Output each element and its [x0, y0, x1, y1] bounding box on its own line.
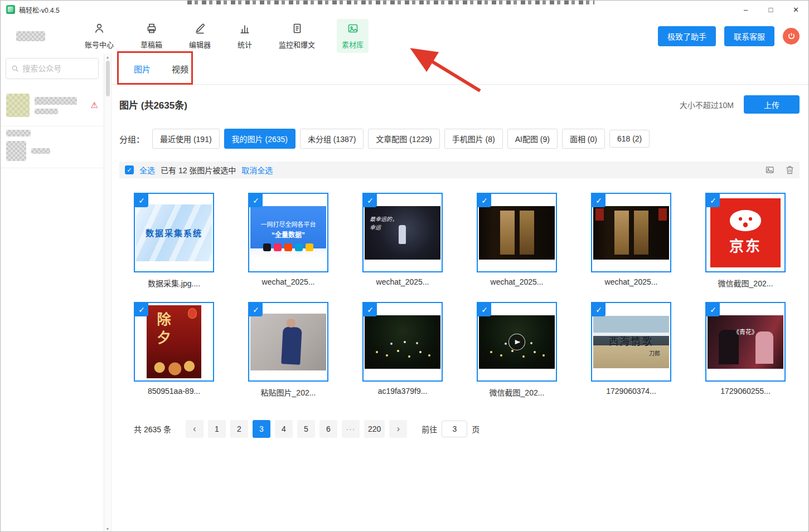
page-button-2[interactable]: 2 — [230, 420, 248, 438]
scroll-up-icon[interactable]: ▲ — [106, 53, 110, 61]
select-all-checkbox[interactable]: ✓ — [125, 165, 134, 174]
sidebar-scrollbar[interactable]: ▲ ▼ — [104, 53, 112, 532]
next-page-button[interactable]: › — [389, 420, 407, 438]
account-search-box[interactable] — [6, 58, 99, 79]
page-button-last[interactable]: 220 — [364, 420, 385, 438]
more-pages-button[interactable]: ··· — [342, 420, 360, 438]
close-button[interactable]: ✕ — [783, 1, 808, 18]
account-avatar — [6, 94, 30, 117]
image-card[interactable]: ✓ 《青花》 1729060255... — [705, 302, 786, 398]
image-card[interactable]: ✓ 最幸运的，幸运 wechat_2025... — [362, 193, 443, 289]
assistant-button[interactable]: 极致了助手 — [658, 26, 716, 46]
blurred-text-line — [6, 130, 31, 136]
maximize-button[interactable]: □ — [758, 1, 783, 18]
nav-drafts[interactable]: 草稿箱 — [135, 19, 167, 53]
image-checkbox[interactable]: ✓ — [592, 303, 605, 316]
image-card[interactable]: ✓ 除夕 850951aa-89... — [134, 302, 214, 398]
account-list-item[interactable]: ⚠ — [1, 85, 104, 126]
scroll-down-icon[interactable]: ▼ — [106, 525, 110, 532]
image-card[interactable]: ✓ 一网打尽全网各平台 “全量数据” wechat_2025... — [248, 193, 328, 289]
total-count: 共 2635 条 — [134, 423, 171, 435]
image-checkbox[interactable]: ✓ — [364, 194, 377, 207]
nav-editor[interactable]: 编辑器 — [184, 19, 216, 53]
image-checkbox[interactable]: ✓ — [249, 303, 263, 316]
image-filename: wechat_2025... — [248, 277, 328, 286]
image-card[interactable]: ✓ wechat_2025... — [477, 193, 557, 289]
page-button-6[interactable]: 6 — [319, 420, 337, 438]
body-row: ⚠ ▲ ▼ 图片 视频 — [1, 53, 808, 532]
page-button-3[interactable]: 3 — [253, 420, 270, 438]
search-input[interactable] — [22, 64, 93, 73]
main-nav: 账号中心 草稿箱 编辑器 统计 — [80, 19, 369, 53]
group-chip-ungrouped[interactable]: 未分组 (1387) — [300, 129, 364, 149]
group-chip-face[interactable]: 面相 (0) — [562, 129, 605, 149]
selection-status: 已有 12 张图片被选中 — [161, 164, 236, 175]
group-chip-ai-images[interactable]: AI配图 (9) — [507, 129, 558, 149]
image-thumbnail: 西海情歌 刀郎 — [593, 316, 669, 368]
move-to-group-icon[interactable] — [766, 165, 774, 174]
image-filename: 1729060255... — [705, 387, 786, 396]
selection-bar: ✓ 全选 已有 12 张图片被选中 取消全选 — [119, 162, 800, 178]
image-checkbox[interactable]: ✓ — [478, 194, 491, 207]
page-button-5[interactable]: 5 — [297, 420, 315, 438]
image-filename: wechat_2025... — [477, 277, 557, 286]
power-button[interactable] — [783, 28, 800, 45]
group-chip-phone-images[interactable]: 手机图片 (8) — [444, 129, 503, 149]
nav-material-library[interactable]: 素材库 — [337, 19, 369, 53]
image-card[interactable]: ✓ 粘贴图片_202... — [248, 302, 328, 398]
page-button-4[interactable]: 4 — [275, 420, 293, 438]
image-filename: 1729060374... — [591, 387, 671, 396]
prev-page-button[interactable]: ‹ — [186, 420, 204, 438]
contact-support-button[interactable]: 联系客服 — [724, 26, 774, 46]
image-grid: ✓ 数据采集系统 数据采集.jpg.... ✓ 一网打尽全网各平台 — [134, 193, 800, 398]
app-window: 稿轻松-v0.4.5 – □ ✕ 账号中心 草稿箱 — [0, 0, 809, 532]
account-list-item[interactable] — [1, 126, 104, 168]
image-filename: ac19fa379f9... — [362, 387, 443, 396]
image-card[interactable]: ✓ ▶ 微信截图_202... — [477, 302, 557, 398]
deselect-all-link[interactable]: 取消全选 — [241, 164, 273, 175]
group-chip-recent[interactable]: 最近使用 (191) — [152, 129, 220, 149]
image-thumbnail: 除夕 — [147, 305, 201, 378]
decor-tag — [658, 208, 667, 221]
image-checkbox[interactable]: ✓ — [478, 303, 491, 316]
image-checkbox[interactable]: ✓ — [364, 303, 377, 316]
tab-videos[interactable]: 视频 — [172, 53, 188, 84]
upload-button[interactable]: 上传 — [744, 95, 800, 114]
select-all-label[interactable]: 全选 — [139, 164, 155, 175]
selection-actions — [766, 165, 794, 174]
image-card[interactable]: ✓ 数据采集系统 数据采集.jpg.... — [134, 193, 214, 289]
image-card[interactable]: ✓ ac19fa379f9... — [362, 302, 443, 398]
image-checkbox[interactable]: ✓ — [135, 303, 148, 316]
image-card[interactable]: ✓ 京东 微信截图_202... — [705, 193, 786, 289]
image-filename: 850951aa-89... — [134, 387, 214, 396]
power-icon — [787, 32, 796, 40]
delete-icon[interactable] — [786, 165, 794, 174]
image-checkbox[interactable]: ✓ — [706, 194, 720, 207]
image-filename: 数据采集.jpg.... — [134, 277, 214, 289]
nav-monitor[interactable]: 监控和爆文 — [274, 19, 320, 53]
page-button-1[interactable]: 1 — [208, 420, 226, 438]
nav-statistics[interactable]: 统计 — [232, 19, 257, 53]
image-checkbox[interactable]: ✓ — [135, 194, 148, 207]
blurred-text-line — [35, 109, 58, 114]
image-card[interactable]: ✓ 西海情歌 刀郎 1729060374... — [591, 302, 671, 398]
image-filename: 微信截图_202... — [477, 387, 557, 398]
minimize-button[interactable]: – — [733, 1, 758, 18]
tab-images[interactable]: 图片 — [134, 53, 151, 84]
blurred-text-line — [31, 148, 50, 154]
image-card[interactable]: ✓ wechat_2025... — [591, 193, 671, 289]
nav-account-center[interactable]: 账号中心 — [80, 19, 119, 53]
image-thumbnail: 京东 — [710, 198, 781, 267]
blurred-text-line — [35, 97, 77, 105]
page-header: 图片 (共2635条) 大小不超过10M 上传 — [119, 95, 800, 114]
group-chip-618[interactable]: 618 (2) — [609, 130, 650, 148]
image-checkbox[interactable]: ✓ — [706, 303, 720, 316]
goto-page-input[interactable] — [442, 421, 467, 437]
group-chip-my-images[interactable]: 我的图片 (2635) — [224, 129, 295, 149]
image-checkbox[interactable]: ✓ — [592, 194, 605, 207]
search-icon — [12, 65, 18, 72]
group-chip-article-images[interactable]: 文章配图 (1229) — [368, 129, 439, 149]
user-name-blurred — [16, 31, 45, 41]
scrollbar-thumb[interactable] — [106, 61, 110, 96]
image-checkbox[interactable]: ✓ — [249, 194, 263, 207]
